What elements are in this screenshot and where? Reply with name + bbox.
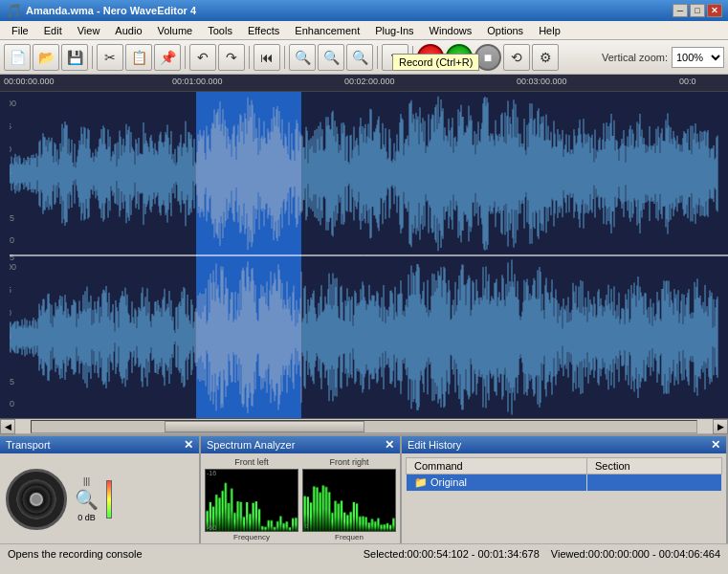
spectrum-close-button[interactable]: ✕ <box>385 438 394 452</box>
scroll-left-button[interactable]: ◀ <box>0 419 15 434</box>
toolbar: 📄 📂 💾 ✂ 📋 📌 ↶ ↷ ⏮ 🔍 🔍 🔍 ▼ ● ▶ ■ ⟲ ⚙ Vert… <box>0 40 728 75</box>
status-text: Opens the recording console <box>8 548 348 560</box>
history-col-command: Command <box>407 458 587 475</box>
menu-view[interactable]: View <box>70 23 108 38</box>
sep4 <box>284 46 285 69</box>
record-button[interactable]: ● <box>417 44 444 71</box>
new-button[interactable]: 📄 <box>4 44 31 71</box>
paste-button[interactable]: 📌 <box>154 44 181 71</box>
zoom-select[interactable]: 100% 50% 200% <box>672 47 724 68</box>
timeline-marker-3: 00:03:00.000 <box>517 77 567 86</box>
waveform-display[interactable] <box>0 92 728 419</box>
scrollbar-thumb[interactable] <box>165 421 364 432</box>
dropdown-button[interactable]: ▼ <box>382 44 408 71</box>
status-bar: Opens the recording console Selected:00:… <box>0 543 728 563</box>
history-panel-header: Edit History ✕ <box>402 436 726 453</box>
play-button[interactable]: ▶ <box>446 44 473 71</box>
menu-edit[interactable]: Edit <box>36 23 70 38</box>
viewed-range: Viewed:00:00:00:000 - 00:04:06:464 <box>551 548 720 560</box>
skip-start-button[interactable]: ⏮ <box>254 44 280 71</box>
scrollbar-track[interactable] <box>31 420 697 433</box>
history-row-command: 📁 Original <box>407 475 587 492</box>
title-bar: 🎵 Amanda.wma - Nero WaveEditor 4 ─ □ ✕ <box>0 0 728 21</box>
menu-enhancement[interactable]: Enhancement <box>287 23 367 38</box>
maximize-button[interactable]: □ <box>690 4 705 17</box>
extra-button[interactable]: ⚙ <box>532 44 559 71</box>
history-panel-title: Edit History <box>408 439 461 451</box>
zoom-label: Vertical zoom: <box>602 52 668 63</box>
app-icon: 🎵 <box>6 3 22 18</box>
spectrum-content: Front left -16 -60 0 Frequency Front rig… <box>201 453 400 545</box>
undo-button[interactable]: ↶ <box>189 44 216 71</box>
waveform-canvas[interactable] <box>0 92 728 419</box>
save-button[interactable]: 💾 <box>61 44 88 71</box>
menu-file[interactable]: File <box>4 23 36 38</box>
spectrum-panel-header: Spectrum Analyzer ✕ <box>201 436 400 453</box>
menu-help[interactable]: Help <box>531 23 568 38</box>
window-title: Amanda.wma - Nero WaveEditor 4 <box>26 5 196 16</box>
timeline-marker-4: 00:0 <box>679 77 696 86</box>
close-button[interactable]: ✕ <box>707 4 722 17</box>
sep3 <box>249 46 250 69</box>
scroll-right-button[interactable]: ▶ <box>713 419 728 434</box>
level-meter-label: ||| <box>83 476 90 486</box>
bottom-panels: Transport ✕ ||| 🔍 0 dB Spect <box>0 434 728 543</box>
copy-button[interactable]: 📋 <box>125 44 152 71</box>
folder-icon: 📁 <box>414 476 428 488</box>
menu-plugins[interactable]: Plug-Ins <box>367 23 421 38</box>
cut-button[interactable]: ✂ <box>97 44 123 71</box>
db-label: 0 dB <box>77 513 96 522</box>
transport-content: ||| 🔍 0 dB <box>0 453 199 545</box>
window-controls[interactable]: ─ □ ✕ <box>673 4 722 17</box>
menu-bar: File Edit View Audio Volume Tools Effect… <box>0 21 728 40</box>
sep1 <box>92 46 93 69</box>
spectrum-panel: Spectrum Analyzer ✕ Front left -16 -60 0… <box>201 436 402 543</box>
timeline-marker-0: 00:00:00.000 <box>4 77 55 86</box>
vinyl-record <box>6 469 67 530</box>
menu-audio[interactable]: Audio <box>107 23 149 38</box>
selected-range: Selected:00:00:54:102 - 00:01:34:678 <box>364 548 540 560</box>
magnifier-icon: 🔍 <box>75 488 99 511</box>
menu-windows[interactable]: Windows <box>422 23 480 38</box>
history-row-section <box>586 475 721 492</box>
menu-volume[interactable]: Volume <box>150 23 201 38</box>
search-button3[interactable]: 🔍 <box>346 44 373 71</box>
sep2 <box>185 46 186 69</box>
history-table: Command Section 📁 Original <box>406 457 722 492</box>
left-freq-label: Frequency <box>205 533 298 541</box>
transport-right <box>106 480 112 519</box>
timeline: 00:00:00.000 00:01:00.000 00:02:00.000 0… <box>0 75 728 92</box>
menu-tools[interactable]: Tools <box>200 23 240 38</box>
transport-panel: Transport ✕ ||| 🔍 0 dB <box>0 436 201 543</box>
menu-effects[interactable]: Effects <box>240 23 287 38</box>
level-bars <box>106 480 112 519</box>
spectrum-left-display: -16 -60 0 <box>205 469 298 532</box>
table-row[interactable]: 📁 Original <box>407 475 722 492</box>
history-close-button[interactable]: ✕ <box>711 438 720 452</box>
right-channel-label: Front right <box>302 457 396 467</box>
spectrum-left-channel: Front left -16 -60 0 Frequency <box>205 457 298 541</box>
stop-button[interactable]: ■ <box>474 44 501 71</box>
sep5 <box>377 46 378 69</box>
edit-history-panel: Edit History ✕ Command Section 📁 Origina… <box>402 436 728 543</box>
vinyl-center <box>30 493 43 506</box>
loop-button[interactable]: ⟲ <box>503 44 530 71</box>
left-channel-label: Front left <box>205 457 298 467</box>
search-button2[interactable]: 🔍 <box>318 44 344 71</box>
horizontal-scrollbar[interactable]: ◀ ▶ <box>0 419 728 434</box>
spectrum-panel-title: Spectrum Analyzer <box>207 439 295 451</box>
spectrum-right-display: 0 <box>302 469 396 532</box>
timeline-marker-2: 00:02:00.000 <box>344 77 395 86</box>
open-button[interactable]: 📂 <box>33 44 59 71</box>
menu-options[interactable]: Options <box>479 23 531 38</box>
history-col-section: Section <box>586 458 721 475</box>
level-meter: ||| 🔍 0 dB <box>75 476 99 522</box>
waveform-container: 00:00:00.000 00:01:00.000 00:02:00.000 0… <box>0 75 728 419</box>
timeline-marker-1: 00:01:00.000 <box>172 77 223 86</box>
transport-close-button[interactable]: ✕ <box>184 438 193 452</box>
minimize-button[interactable]: ─ <box>673 4 688 17</box>
search-button1[interactable]: 🔍 <box>289 44 316 71</box>
redo-button[interactable]: ↷ <box>218 44 245 71</box>
transport-panel-title: Transport <box>6 439 51 451</box>
right-freq-label: Frequen <box>302 533 396 541</box>
